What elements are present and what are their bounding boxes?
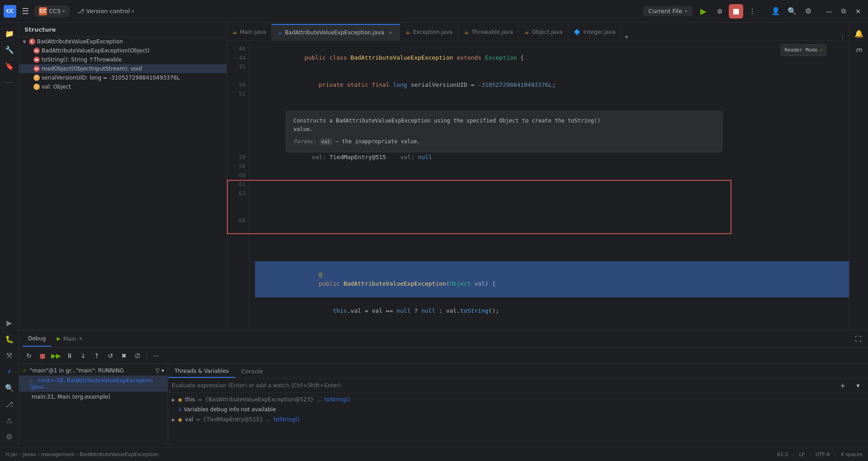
sidebar-icon-settings[interactable]: ⚙ [2,429,17,444]
tab-bad-attr[interactable]: ☕ BadAttributeValueExpException.java ✕ [272,24,400,40]
tab-more[interactable]: ⋮ [836,33,849,40]
tree-root-label: BadAttributeValueExpException [37,38,123,45]
debug-stepout-btn[interactable]: ↺ [104,349,117,362]
sidebar-icon-search[interactable]: 🔍 [2,381,17,395]
status-encoding[interactable]: UTF-8 [816,452,830,457]
run-config-selector[interactable]: Current File ▾ [643,6,693,16]
frame-init[interactable]: ▷ <init>:58, BadAttributeValueExpExcepti… [19,376,168,392]
doc-description: Constructs a BadAttributeValueExpExcepti… [293,117,715,134]
close-button[interactable]: ✕ [852,5,864,18]
status-position[interactable]: 61:1 [777,452,788,457]
status-breadcrumb[interactable]: rt.jar › javax › management › BadAttribu… [5,452,159,457]
indent-label: 4 spaces [841,452,863,457]
kw-class: class [329,54,350,61]
tab-dropdown-icon: ▾ [625,33,628,40]
var-item-this[interactable]: ▶ ◉ this = {BadAttributeValueExpExceptio… [168,395,868,405]
code-editor[interactable]: 40 44 45 50 51 58 59 [227,41,849,330]
frame-arrow-icon: ▷ [30,378,33,383]
tree-item-readobject[interactable]: m readObject(ObjectInputStream): void [19,64,226,73]
sidebar-icon-issues[interactable]: ⚠ [2,413,17,428]
sidebar-icon-debug[interactable]: 🐛 [2,332,17,346]
status-line-ending[interactable]: LF [799,452,805,457]
run-config-label: Current File [648,8,682,14]
tab-throwable[interactable]: ☕ Throwable.java [458,24,519,40]
debug-more-btn[interactable]: ⋯ [150,349,162,362]
tab-bad-attr-close[interactable]: ✕ [387,29,394,36]
eval-dropdown-btn[interactable]: ▾ [852,379,864,392]
tab-exception[interactable]: ☕ Exception.java [400,24,459,40]
debug-stepinto-btn[interactable]: ↑ [90,349,103,362]
status-indent[interactable]: 4 spaces [841,452,863,457]
thread-dropdown-icon[interactable]: ▾ [161,367,164,374]
thread-main[interactable]: ✓ "main"@1 in gr..."main": RUNNING ▽ ▾ [19,366,168,376]
vcs-branch-icon: ⎇ [78,8,85,14]
search-icon[interactable]: 🔍 [785,4,799,19]
field-icon: ! [33,75,40,81]
debug-stop-btn[interactable]: ■ [36,349,49,362]
debug-main-close[interactable]: ✕ [79,336,83,341]
settings-icon[interactable]: ⚙ [801,4,816,19]
profile-icon[interactable]: 👤 [769,4,783,19]
var-item-val[interactable]: ▶ ◉ val = {TiedMapEntry@515} ... toStrin… [168,414,868,424]
doc-params-label: Params: [293,138,316,145]
line-ending-label: LF [799,452,805,457]
debug-main-label: Main [63,336,76,342]
tree-item-constructor[interactable]: m BadAttributeValueExpException(Object) [19,46,226,55]
stop-button[interactable]: ■ [729,4,743,19]
debug-evaluate-btn[interactable]: ∅ [131,349,144,362]
debug-restart-btn[interactable]: ↻ [23,349,35,362]
var-tostring-this[interactable]: toString() [324,396,350,403]
sidebar-icon-more[interactable]: ⋯ [2,75,17,89]
project-selector[interactable]: CC CC5 ▾ [34,5,69,17]
tab-threads-variables[interactable]: Threads & Variables [168,365,235,378]
left-sidebar: 📁 🔧 🔖 ⋯ ▶ 🐛 ⚒ ⚡ 🔍 ⎇ ⚠ ⚙ [0,23,19,447]
tab-console[interactable]: Console [235,365,269,378]
right-icon-notifications[interactable]: 🔔 [852,26,866,41]
code-content[interactable]: Reader Mode ✓ public class BadAttributeV… [250,41,849,330]
debug-config-icon[interactable]: ⚙ [712,4,727,19]
frame-main[interactable]: main:31, Main (org.example) [19,392,168,402]
line-num-40: 40 [227,44,245,53]
debug-pause-btn[interactable]: ⏸ [63,349,76,362]
eval-input[interactable] [172,382,834,389]
tree-item-serial[interactable]: ! serialVersionUID: long = -310527298841… [19,73,226,82]
sidebar-icon-bookmarks[interactable]: 🔖 [2,59,17,73]
code-line-58: @ public BadAttributeValueExpException(O… [255,261,849,297]
restore-button[interactable]: ⧉ [837,5,850,18]
right-icon-m[interactable]: m [852,42,866,57]
var-val-this: {BadAttributeValueExpException@523} [205,396,314,403]
sidebar-icon-run[interactable]: ▶ [2,315,17,330]
run-button[interactable]: ▶ [696,4,711,19]
debug-tab-debug[interactable]: Debug [23,331,51,347]
project-icon: CC [39,7,47,15]
structure-panel-title: Structure [19,23,226,37]
tree-item-val[interactable]: ! val: Object [19,82,226,91]
sidebar-icon-debug2[interactable]: ⚡ [2,364,17,379]
vcs-selector[interactable]: ⎇ Version control ▾ [73,6,139,16]
minimize-button[interactable]: — [823,5,835,18]
debug-tab-main[interactable]: ▶ Main ✕ [51,331,88,347]
sidebar-icon-git[interactable]: ⎇ [2,397,17,411]
sidebar-icon-structure[interactable]: 🔧 [2,42,17,57]
tree-item-tostring[interactable]: m toString(): String ↑Throwable [19,55,226,64]
tab-object[interactable]: ☕ Object.java [519,24,569,40]
tab-main-java[interactable]: ☕ Main.java [227,24,272,40]
debug-resume-btn[interactable]: ▶▶ [50,349,62,362]
debug-expand-icon[interactable]: ⛶ [852,333,864,345]
var-tostring-val[interactable]: toString() [274,416,299,423]
thread-filter-icon[interactable]: ▽ [156,367,160,374]
tree-root[interactable]: ▼ C BadAttributeValueExpException [19,37,226,46]
debug-runtopoint-btn[interactable]: ✖ [118,349,130,362]
sidebar-icon-build[interactable]: ⚒ [2,348,17,362]
var-eq-2: = [196,416,200,423]
menu-icon[interactable]: ☰ [20,5,31,18]
eval-add-btn[interactable]: + [836,379,849,392]
debug-stepover-btn[interactable]: ↓ [77,349,90,362]
more-actions-icon[interactable]: ⋮ [745,4,760,19]
tab-integer[interactable]: 🔷 Integer.java [568,24,621,40]
line-num-51: 51 [227,89,245,99]
inner-tabs: Threads & Variables Console [168,364,868,378]
tab-overflow[interactable]: ▾ [621,33,632,40]
line-num-61: 61 [227,180,245,189]
sidebar-icon-project[interactable]: 📁 [2,26,17,41]
